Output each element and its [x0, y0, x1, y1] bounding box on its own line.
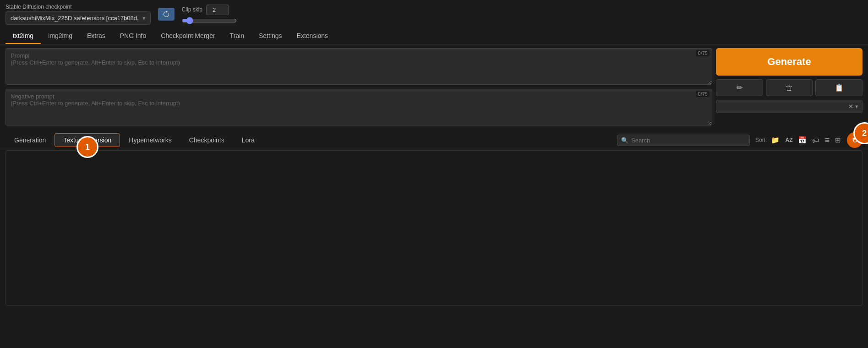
tab-img2img[interactable]: img2img [41, 28, 80, 44]
negative-prompt-wrapper: 0/75 [5, 89, 712, 127]
sort-area: Sort: 📁 AZ 📅 🏷 ≡ ⊞ ↻ 2 [755, 132, 863, 148]
list-icon: ≡ [824, 136, 830, 145]
left-panel: 0/75 0/75 [5, 48, 712, 127]
generate-button[interactable]: Generate [716, 48, 863, 76]
checkpoint-label: Stable Diffusion checkpoint [5, 4, 151, 10]
search-input[interactable] [631, 137, 746, 144]
checkpoint-wrapper: Stable Diffusion checkpoint darksushiMix… [5, 4, 151, 25]
trash-button[interactable]: 🗑 [766, 79, 813, 96]
sort-label: Sort: [755, 137, 767, 143]
sort-az-button[interactable]: AZ [784, 136, 794, 145]
tab-extras[interactable]: Extras [80, 28, 113, 44]
sort-tag-button[interactable]: 🏷 [811, 135, 820, 146]
chevron-down-styles-icon: ▾ [855, 103, 858, 110]
negative-prompt-textarea[interactable] [5, 89, 712, 125]
sub-tab-hypernetworks[interactable]: Hypernetworks [120, 133, 180, 147]
refresh-wrapper: ↻ 2 [845, 132, 863, 148]
search-area: 🔍 [617, 135, 750, 146]
tab-checkpoint-merger[interactable]: Checkpoint Merger [153, 28, 222, 44]
tab-txt2img[interactable]: txt2img [5, 28, 41, 44]
folder-icon: 📁 [771, 136, 780, 144]
search-icon: 🔍 [621, 137, 628, 144]
tab-png-info[interactable]: PNG Info [113, 28, 154, 44]
sort-grid-button[interactable]: ⊞ [834, 135, 842, 146]
sort-list-button[interactable]: ≡ [823, 134, 831, 147]
pencil-icon: ✏ [737, 83, 742, 92]
prompt-wrapper: 0/75 [5, 48, 712, 86]
clipboard-button[interactable]: 📋 [815, 79, 863, 96]
sub-tab-checkpoints[interactable]: Checkpoints [180, 133, 233, 147]
grid-icon: ⊞ [835, 136, 841, 144]
checkpoint-refresh-button[interactable] [158, 8, 175, 21]
action-buttons: ✏ 🗑 📋 [716, 79, 863, 96]
right-panel: Generate ✏ 🗑 📋 ✕ ▾ [716, 48, 863, 127]
clip-skip-label: Clip skip [182, 6, 202, 13]
checkpoint-select[interactable]: darksushiMixMix_225D.safetensors [cca17b… [5, 11, 151, 25]
prompt-textarea[interactable] [5, 48, 712, 85]
refresh-button[interactable]: ↻ [847, 132, 863, 148]
tab-train[interactable]: Train [223, 28, 251, 44]
tab-extensions[interactable]: Extensions [289, 28, 335, 44]
sort-calendar-button[interactable]: 📅 [797, 135, 808, 146]
chevron-down-icon: ▾ [142, 15, 146, 22]
trash-icon: 🗑 [786, 84, 793, 92]
negative-prompt-token-count: 0/75 [696, 91, 710, 97]
styles-dropdown[interactable]: ✕ ▾ [716, 100, 863, 113]
edit-button[interactable]: ✏ [716, 79, 763, 96]
styles-input[interactable] [720, 103, 846, 110]
close-icon[interactable]: ✕ [848, 103, 853, 110]
sub-tab-textual-inversion[interactable]: Textual Inversion [55, 133, 120, 147]
top-bar: Stable Diffusion checkpoint darksushiMix… [0, 0, 868, 28]
tab-settings[interactable]: Settings [251, 28, 289, 44]
tag-icon: 🏷 [812, 136, 819, 144]
sub-tab-textual-inversion-wrapper: Textual Inversion 1 [55, 133, 120, 147]
clip-skip-input[interactable] [206, 5, 229, 15]
main-nav-tabs: txt2img img2img Extras PNG Info Checkpoi… [0, 28, 868, 44]
clip-skip-group: Clip skip [182, 5, 237, 24]
calendar-icon: 📅 [798, 136, 807, 144]
content-area [5, 150, 863, 306]
prompt-token-count: 0/75 [696, 50, 710, 56]
sub-tab-lora[interactable]: Lora [233, 133, 263, 147]
checkpoint-value: darksushiMixMix_225D.safetensors [cca17b… [11, 15, 139, 22]
sub-tabs-row: Generation Textual Inversion 1 Hypernetw… [0, 130, 868, 150]
clip-skip-slider[interactable] [182, 17, 237, 24]
main-layout: 0/75 0/75 Generate ✏ 🗑 📋 ✕ ▾ [0, 44, 868, 130]
clipboard-icon: 📋 [835, 83, 844, 92]
sub-tab-generation[interactable]: Generation [5, 133, 55, 147]
az-icon: AZ [785, 137, 792, 143]
clip-skip-row: Clip skip [182, 5, 237, 15]
sort-folder-button[interactable]: 📁 [770, 135, 781, 146]
refresh-icon: ↻ [852, 136, 858, 145]
